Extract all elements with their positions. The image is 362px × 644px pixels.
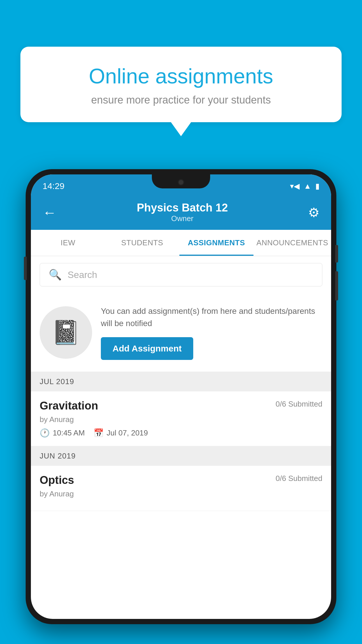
assignment-time-gravitation: 🕐 10:45 AM (40, 428, 85, 438)
tab-students-label: STUDENTS (121, 238, 163, 247)
phone-outer-frame: 14:29 ▾◀ ▲ ▮ ← Physics Batch 12 Owner ⚙ (26, 169, 336, 624)
promo-description: You can add assignment(s) from here and … (101, 305, 322, 330)
assignment-author-optics: by Anurag (40, 489, 322, 498)
clock-icon: 🕐 (40, 428, 50, 438)
assignment-row-top: Gravitation 0/6 Submitted (40, 400, 322, 412)
add-assignment-promo: 📓 You can add assignment(s) from here an… (31, 293, 331, 372)
assignment-date-gravitation: 📅 Jul 07, 2019 (94, 428, 148, 438)
search-icon: 🔍 (49, 269, 62, 281)
app-bar: ← Physics Batch 12 Owner ⚙ (31, 195, 331, 230)
search-bar[interactable]: 🔍 Search (40, 263, 322, 286)
battery-icon: ▮ (315, 182, 319, 191)
search-placeholder: Search (68, 270, 97, 280)
tab-students[interactable]: STUDENTS (105, 230, 180, 256)
speech-bubble-card: Online assignments ensure more practice … (20, 47, 342, 122)
notebook-icon: 📓 (51, 319, 80, 346)
section-header-jun-text: JUN 2019 (40, 452, 76, 460)
section-header-jun: JUN 2019 (31, 446, 331, 466)
assignment-date-value: Jul 07, 2019 (107, 428, 148, 438)
assignment-item-optics[interactable]: Optics 0/6 Submitted by Anurag (31, 466, 331, 511)
signal-icon: ▲ (304, 182, 311, 191)
tab-announcements-label: ANNOUNCEMENTS (256, 238, 328, 247)
side-button-left (24, 257, 27, 280)
front-camera (178, 179, 184, 186)
wifi-icon: ▾◀ (290, 182, 300, 191)
assignment-optics-row-top: Optics 0/6 Submitted (40, 474, 322, 487)
back-button[interactable]: ← (43, 204, 57, 220)
calendar-icon: 📅 (94, 428, 104, 438)
promo-content: You can add assignment(s) from here and … (101, 305, 322, 360)
assignment-title-gravitation: Gravitation (40, 400, 98, 412)
tab-iew[interactable]: IEW (31, 230, 105, 256)
assignment-author-gravitation: by Anurag (40, 415, 322, 424)
status-time: 14:29 (43, 181, 64, 191)
phone-notch (152, 174, 210, 188)
tab-announcements[interactable]: ANNOUNCEMENTS (254, 230, 331, 256)
search-container: 🔍 Search (31, 256, 331, 293)
section-header-jul-text: JUL 2019 (40, 377, 74, 386)
app-bar-title: Physics Batch 12 (137, 202, 228, 214)
settings-icon[interactable]: ⚙ (308, 205, 319, 220)
status-icons: ▾◀ ▲ ▮ (290, 182, 319, 191)
app-bar-subtitle: Owner (137, 214, 228, 223)
assignment-title-optics: Optics (40, 474, 74, 487)
tabs-bar: IEW STUDENTS ASSIGNMENTS ANNOUNCEMENTS (31, 230, 331, 256)
promo-icon-circle: 📓 (40, 306, 92, 359)
tab-assignments-label: ASSIGNMENTS (188, 238, 245, 247)
add-assignment-button[interactable]: Add Assignment (101, 337, 193, 360)
app-bar-title-group: Physics Batch 12 Owner (137, 202, 228, 223)
speech-bubble-subtitle: ensure more practice for your students (41, 94, 321, 106)
speech-bubble-tail (171, 122, 191, 136)
side-button-right-top (335, 245, 338, 262)
assignment-time-value: 10:45 AM (53, 428, 85, 438)
assignment-item-gravitation[interactable]: Gravitation 0/6 Submitted by Anurag 🕐 10… (31, 391, 331, 446)
assignment-submitted-gravitation: 0/6 Submitted (276, 400, 322, 409)
phone-screen: 14:29 ▾◀ ▲ ▮ ← Physics Batch 12 Owner ⚙ (31, 174, 331, 619)
assignment-meta-gravitation: 🕐 10:45 AM 📅 Jul 07, 2019 (40, 428, 322, 438)
tab-assignments[interactable]: ASSIGNMENTS (179, 230, 254, 256)
speech-bubble-section: Online assignments ensure more practice … (20, 47, 342, 136)
assignment-submitted-optics: 0/6 Submitted (276, 474, 322, 483)
speech-bubble-title: Online assignments (41, 64, 321, 88)
tab-iew-label: IEW (61, 238, 75, 247)
side-button-right-bottom (335, 271, 338, 300)
section-header-jul: JUL 2019 (31, 372, 331, 391)
phone-mockup: 14:29 ▾◀ ▲ ▮ ← Physics Batch 12 Owner ⚙ (26, 169, 336, 624)
